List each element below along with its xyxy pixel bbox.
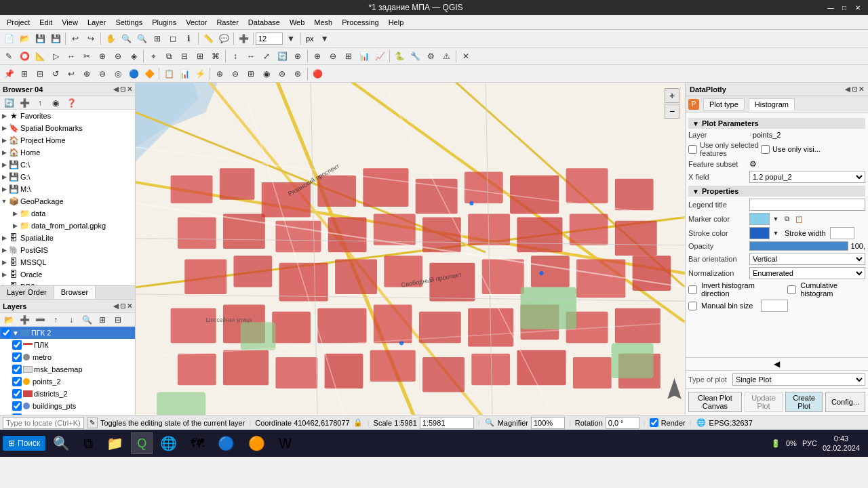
dataplotly-close-icon[interactable]: ✕ [859, 85, 864, 93]
layer-plk[interactable]: ПЛК [0, 339, 135, 351]
layer-districts-ply[interactable]: districts_ply [0, 412, 135, 415]
taskbar-maps[interactable]: 🗺 [184, 432, 210, 454]
redo-btn[interactable]: ↪ [83, 31, 98, 46]
tree-home[interactable]: ▶ 🏠 Home [0, 146, 135, 159]
marker-color-btn[interactable] [749, 213, 770, 225]
zoom-out-btn[interactable]: 🔍 [134, 31, 149, 46]
plot-parameters-section[interactable]: ▼ Plot Parameters [688, 118, 865, 129]
t3-btn6[interactable]: ⊕ [79, 66, 94, 81]
t3-btn5[interactable]: ↩ [64, 66, 79, 81]
bar-orientation-select[interactable]: Vertical Horizontal [749, 253, 865, 265]
render-checkbox[interactable] [650, 418, 658, 427]
t3-btn2[interactable]: ⊞ [17, 66, 32, 81]
tree-c-drive[interactable]: ▶ 💾 C:\ [0, 159, 135, 171]
menu-processing[interactable]: Processing [338, 17, 382, 28]
menu-raster[interactable]: Raster [212, 17, 242, 28]
layers-float-icon[interactable]: ⊡ [120, 302, 125, 310]
t3-btn1[interactable]: 📌 [1, 66, 16, 81]
normalization-select[interactable]: Enumerated Percent Probability [749, 267, 865, 279]
t2-btn26[interactable]: 🔧 [408, 49, 422, 64]
t2-btn21[interactable]: ⊖ [326, 49, 340, 64]
browser-close-icon[interactable]: ✕ [127, 85, 132, 93]
zoom-in-btn[interactable]: 🔍 [119, 31, 134, 46]
open-project-btn[interactable]: 📂 [17, 31, 32, 46]
tree-project-home[interactable]: ▶ 🏠 Project Home [0, 134, 135, 146]
close-button[interactable]: ✕ [853, 3, 863, 12]
tree-geopackage[interactable]: ▼ 📦 GeoPackage [0, 195, 135, 207]
tree-mssql[interactable]: ▶ 🗄 MSSQL [0, 256, 135, 268]
t3-btn12[interactable]: 📊 [177, 66, 192, 81]
layer-buildings-pts[interactable]: buildings_pts [0, 400, 135, 412]
system-clock[interactable]: 0:43 02.02.2024 [823, 434, 860, 453]
tab-histogram[interactable]: Histogram [749, 98, 795, 110]
t2-btn4[interactable]: ▷ [48, 49, 63, 64]
taskbar-app1[interactable]: 🔵 [212, 432, 241, 454]
t3-btn8[interactable]: ◎ [111, 66, 125, 81]
t2-btn14[interactable]: ⌘ [208, 49, 223, 64]
taskbar-app2[interactable]: 🟠 [242, 432, 271, 454]
menu-vector[interactable]: Vector [182, 17, 211, 28]
taskbar-qgis[interactable]: Q [131, 432, 153, 454]
t2-btn12[interactable]: ⊟ [177, 49, 192, 64]
t2-btn28[interactable]: ⚠ [439, 49, 454, 64]
t2-btn27[interactable]: ⚙ [423, 49, 438, 64]
layers-remove-btn[interactable]: ➖ [33, 312, 47, 327]
t2-btn16[interactable]: ↔ [243, 49, 258, 64]
stroke-color-btn[interactable] [749, 227, 770, 239]
save-project-btn[interactable]: 💾 [33, 31, 47, 46]
browser-refresh-btn[interactable]: 🔄 [1, 96, 16, 110]
stroke-color-dropdown[interactable]: ▼ [771, 227, 781, 239]
zoom-in-map-btn[interactable]: + [665, 88, 679, 103]
menu-project[interactable]: Project [3, 17, 34, 28]
t3-btn4[interactable]: ↺ [48, 66, 63, 81]
taskbar-search[interactable]: 🔍 [47, 432, 76, 454]
t2-btn6[interactable]: ✂ [79, 49, 94, 64]
use-visible-checkbox[interactable] [761, 145, 770, 154]
create-plot-btn[interactable]: Create Plot [785, 392, 823, 412]
t2-btn23[interactable]: 📊 [357, 49, 372, 64]
layer-metro[interactable]: metro [0, 351, 135, 363]
t2-btn25[interactable]: 🐍 [392, 49, 407, 64]
layer-points2-checkbox[interactable] [12, 377, 22, 386]
zoom-out-map-btn[interactable]: − [665, 104, 679, 119]
tree-spatial-bookmarks[interactable]: ▶ 🔖 Spatial Bookmarks [0, 122, 135, 134]
layers-close-icon[interactable]: ✕ [127, 302, 132, 310]
layers-up-btn[interactable]: ↑ [48, 312, 63, 327]
layer-districts2[interactable]: districts_2 [0, 388, 135, 400]
layer-pgk2-checkbox[interactable] [1, 328, 11, 338]
menu-mesh[interactable]: Mesh [310, 17, 336, 28]
layer-districts2-checkbox[interactable] [12, 389, 22, 399]
menu-edit[interactable]: Edit [35, 17, 56, 28]
t2-btn1[interactable]: ✎ [1, 49, 16, 64]
taskbar-word[interactable]: W [273, 432, 298, 454]
layer-msk-basemap-checkbox[interactable] [12, 365, 22, 374]
layer-metro-checkbox[interactable] [12, 352, 22, 362]
browser-help-btn[interactable]: ❓ [64, 96, 79, 110]
menu-layer[interactable]: Layer [83, 17, 111, 28]
t2-btn20[interactable]: ⊕ [310, 49, 325, 64]
t2-btn29[interactable]: ✕ [458, 49, 473, 64]
map-canvas-area[interactable]: Рязанский проспект Свободный проспект Шо… [136, 83, 685, 415]
legend-title-input[interactable]: popul_2 [749, 199, 865, 211]
tree-g-drive[interactable]: ▶ 💾 G:\ [0, 171, 135, 183]
magnifier-input[interactable] [531, 417, 565, 429]
layer-districts-ply-checkbox[interactable] [12, 413, 22, 415]
save-as-btn[interactable]: 💾 [48, 31, 63, 46]
t2-btn8[interactable]: ⊖ [111, 49, 125, 64]
manual-bin-size-checkbox[interactable] [688, 302, 697, 310]
layer-msk-basemap[interactable]: msk_basemap [0, 363, 135, 375]
layer-pgk2[interactable]: ▼ ПГК 2 [0, 327, 135, 339]
marker-color-paste-btn[interactable]: 📋 [793, 213, 805, 225]
browser-collapse-icon[interactable]: ◀ [113, 85, 119, 93]
t2-btn22[interactable]: ⊞ [341, 49, 356, 64]
opacity-slider[interactable] [749, 241, 848, 251]
t3-btn15[interactable]: ⊖ [228, 66, 243, 81]
use-selected-checkbox[interactable] [688, 145, 697, 154]
dataplotly-collapse-icon[interactable]: ◀ [845, 85, 850, 93]
taskbar-chrome[interactable]: 🌐 [154, 432, 183, 454]
menu-settings[interactable]: Settings [111, 17, 146, 28]
menu-view[interactable]: View [58, 17, 82, 28]
t3-btn11[interactable]: 📋 [161, 66, 176, 81]
new-project-btn[interactable]: 📄 [1, 31, 16, 46]
taskbar-task-view[interactable]: ⧉ [77, 432, 99, 454]
